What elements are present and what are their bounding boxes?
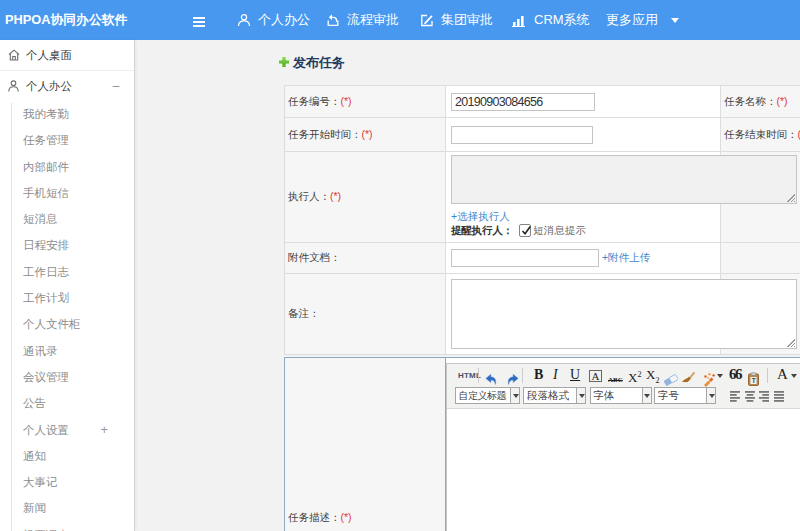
svg-text:T: T — [752, 377, 756, 384]
